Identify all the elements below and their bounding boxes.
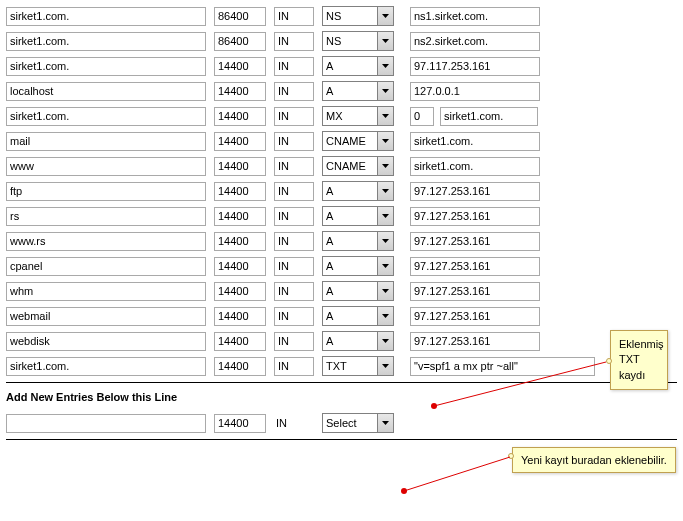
value-input[interactable] [410, 82, 540, 101]
ttl-input[interactable] [214, 82, 266, 101]
class-input[interactable] [274, 307, 314, 326]
ttl-input[interactable] [214, 357, 266, 376]
domain-input[interactable] [6, 232, 206, 251]
svg-marker-13 [382, 339, 389, 343]
type-select[interactable]: NS [322, 6, 394, 26]
domain-input[interactable] [6, 7, 206, 26]
ttl-input[interactable] [214, 332, 266, 351]
type-select[interactable]: A [322, 206, 394, 226]
domain-input[interactable] [6, 32, 206, 51]
class-input[interactable] [274, 57, 314, 76]
svg-marker-12 [382, 314, 389, 318]
ttl-input[interactable] [214, 32, 266, 51]
dns-record-row: A [6, 81, 677, 101]
type-select[interactable]: TXT [322, 356, 394, 376]
class-input[interactable] [274, 82, 314, 101]
value-input[interactable] [410, 257, 540, 276]
ttl-input[interactable] [214, 207, 266, 226]
ttl-input[interactable] [214, 157, 266, 176]
domain-input[interactable] [6, 357, 206, 376]
domain-input[interactable] [6, 332, 206, 351]
ttl-input[interactable] [214, 107, 266, 126]
domain-input[interactable] [6, 182, 206, 201]
value-input[interactable] [410, 182, 540, 201]
ttl-input[interactable] [214, 182, 266, 201]
type-select[interactable]: CNAME [322, 131, 394, 151]
ttl-input[interactable] [214, 282, 266, 301]
class-input[interactable] [274, 332, 314, 351]
class-input[interactable] [274, 207, 314, 226]
class-input[interactable] [274, 157, 314, 176]
new-type-select[interactable]: Select [322, 413, 394, 433]
svg-marker-0 [382, 14, 389, 18]
domain-input[interactable] [6, 132, 206, 151]
type-select[interactable]: A [322, 231, 394, 251]
svg-marker-3 [382, 89, 389, 93]
domain-input[interactable] [6, 207, 206, 226]
class-input[interactable] [274, 182, 314, 201]
type-select[interactable]: MX [322, 106, 394, 126]
type-select[interactable]: NS [322, 31, 394, 51]
type-select[interactable]: A [322, 331, 394, 351]
class-input[interactable] [274, 357, 314, 376]
value-input[interactable] [410, 7, 540, 26]
ttl-input[interactable] [214, 132, 266, 151]
ttl-input[interactable] [214, 7, 266, 26]
type-select-value: A [326, 310, 375, 322]
chevron-down-icon [377, 257, 393, 275]
type-select-value: A [326, 260, 375, 272]
class-input[interactable] [274, 257, 314, 276]
type-select-value: A [326, 285, 375, 297]
chevron-down-icon [377, 357, 393, 375]
new-domain-input[interactable] [6, 414, 206, 433]
class-input[interactable] [274, 132, 314, 151]
domain-input[interactable] [6, 57, 206, 76]
value-input[interactable] [410, 207, 540, 226]
domain-input[interactable] [6, 307, 206, 326]
value-input[interactable] [410, 232, 540, 251]
chevron-down-icon [377, 282, 393, 300]
value-input[interactable] [410, 282, 540, 301]
chevron-down-icon [377, 82, 393, 100]
dns-record-row: A [6, 206, 677, 226]
domain-input[interactable] [6, 107, 206, 126]
class-input[interactable] [274, 282, 314, 301]
type-select-value: A [326, 185, 375, 197]
ttl-input[interactable] [214, 232, 266, 251]
class-input[interactable] [274, 107, 314, 126]
new-ttl-input[interactable] [214, 414, 266, 433]
domain-input[interactable] [6, 157, 206, 176]
chevron-down-icon [377, 32, 393, 50]
priority-input[interactable] [410, 107, 434, 126]
dns-record-row: NS [6, 6, 677, 26]
domain-input[interactable] [6, 82, 206, 101]
ttl-input[interactable] [214, 57, 266, 76]
dns-record-row: CNAME [6, 131, 677, 151]
value-input[interactable] [410, 132, 540, 151]
class-input[interactable] [274, 32, 314, 51]
type-select[interactable]: A [322, 306, 394, 326]
type-select[interactable]: A [322, 281, 394, 301]
value-input[interactable] [440, 107, 538, 126]
type-select[interactable]: A [322, 181, 394, 201]
type-select[interactable]: CNAME [322, 156, 394, 176]
type-select[interactable]: A [322, 256, 394, 276]
domain-input[interactable] [6, 282, 206, 301]
ttl-input[interactable] [214, 307, 266, 326]
type-select[interactable]: A [322, 81, 394, 101]
class-input[interactable] [274, 232, 314, 251]
class-input[interactable] [274, 7, 314, 26]
domain-input[interactable] [6, 257, 206, 276]
chevron-down-icon [377, 57, 393, 75]
value-input[interactable] [410, 357, 595, 376]
value-input[interactable] [410, 32, 540, 51]
value-input[interactable] [410, 157, 540, 176]
new-class-label: IN [274, 417, 302, 429]
svg-marker-5 [382, 139, 389, 143]
value-input[interactable] [410, 307, 540, 326]
type-select[interactable]: A [322, 56, 394, 76]
type-select-value: CNAME [326, 160, 375, 172]
ttl-input[interactable] [214, 257, 266, 276]
value-input[interactable] [410, 57, 540, 76]
value-input[interactable] [410, 332, 540, 351]
